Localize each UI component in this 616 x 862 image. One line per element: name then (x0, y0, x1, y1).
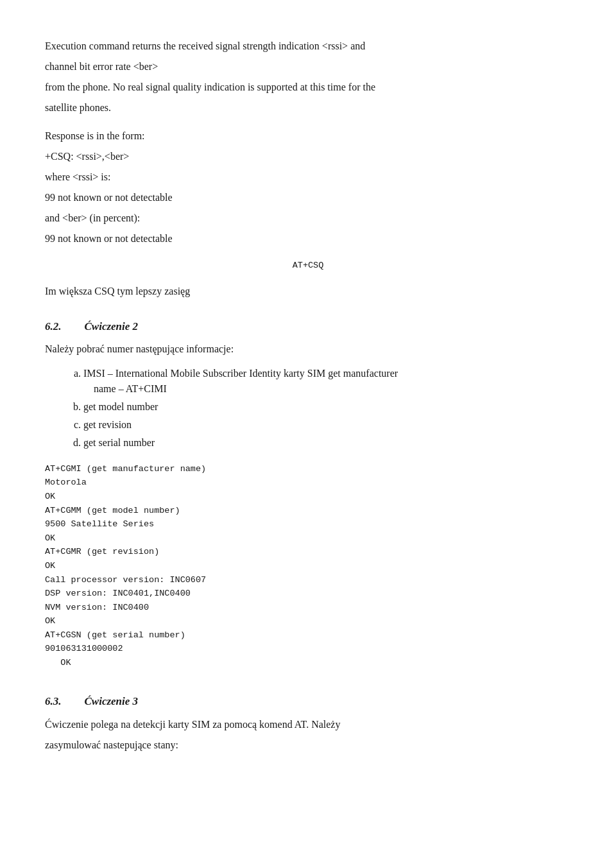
exercise3-line2: zasymulować nastepujące stany: (45, 737, 571, 753)
where-rssi: where <rssi> is: (45, 169, 571, 185)
exercise2-list: IMSI – International Mobile Subscriber I… (45, 366, 571, 451)
exercise3-line1: Ćwiczenie polega na detekcji karty SIM z… (45, 717, 571, 732)
intro-line1: Execution command returns the received s… (45, 39, 571, 54)
response-label: Response is in the form: (45, 128, 571, 144)
response-format: +CSQ: <rssi>,<ber> (45, 149, 571, 164)
intro-line4: satellite phones. (45, 100, 571, 116)
exercise2-code: AT+CGMI (get manufacturer name) Motorola… (45, 462, 571, 670)
exercise3-title: Ćwiczenie 3 (85, 693, 139, 710)
list-item: get model number (83, 399, 571, 415)
exercise2-title: Ćwiczenie 2 (85, 318, 139, 335)
exercise2-intro: Należy pobrać numer następujące informac… (45, 341, 571, 357)
list-item: IMSI – International Mobile Subscriber I… (83, 366, 571, 397)
list-item: get revision (83, 417, 571, 433)
intro-section: Execution command returns the received s… (45, 39, 571, 116)
exercise3-section: 6.3. Ćwiczenie 3 Ćwiczenie polega na det… (45, 693, 571, 754)
at-command-text: AT+CSQ (293, 261, 324, 270)
csq-note: Im większa CSQ tym lepszy zasięg (45, 284, 571, 299)
exercise2-section: 6.2. Ćwiczenie 2 Należy pobrać numer nas… (45, 318, 571, 669)
rssi-value: 99 not known or not detectable (45, 190, 571, 205)
ber-value: 99 not known or not detectable (45, 231, 571, 246)
response-section: Response is in the form: +CSQ: <rssi>,<b… (45, 128, 571, 246)
exercise3-number: 6.3. (45, 693, 62, 710)
list-item: get serial number (83, 435, 571, 451)
at-command-display: AT+CSQ (45, 259, 571, 272)
exercise2-number: 6.2. (45, 318, 62, 335)
intro-line3: from the phone. No real signal quality i… (45, 80, 571, 95)
and-ber: and <ber> (in percent): (45, 211, 571, 226)
intro-line2: channel bit error rate <ber> (45, 59, 571, 74)
